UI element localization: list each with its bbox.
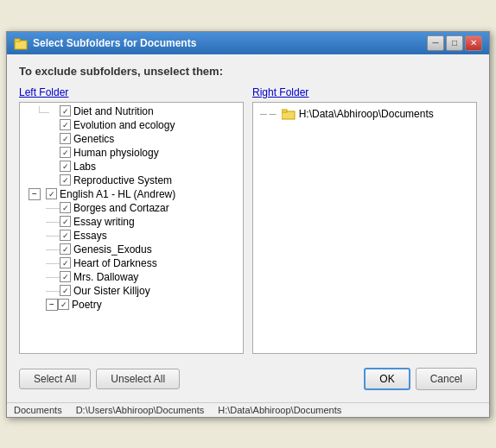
checkbox-reproductive[interactable] [60, 174, 71, 186]
right-path-label: H:\Data\Abhiroop\Documents [299, 108, 434, 120]
label-reproductive: Reproductive System [73, 174, 172, 186]
label-labs: Labs [73, 161, 96, 173]
checkbox-heart[interactable] [60, 257, 71, 268]
folder-icon [282, 108, 296, 120]
tree-item-essays[interactable]: Essays [20, 229, 243, 243]
checkbox-mrs-dalloway[interactable] [60, 271, 71, 282]
status-item-0: Documents [14, 405, 62, 415]
label-poetry: Poetry [72, 299, 102, 311]
tree-item-essay-writing[interactable]: Essay writing [20, 215, 243, 229]
dialog-content: To exclude subfolders, unselect them: Le… [7, 54, 489, 402]
right-tree-item-path[interactable]: ─ ─ H:\Data\Abhiroop\Documents [258, 106, 471, 122]
label-essay-writing: Essay writing [73, 216, 135, 228]
tree-item-human[interactable]: Human physiology [20, 146, 243, 160]
left-buttons: Select All Unselect All [19, 369, 180, 389]
tree-item-evolution[interactable]: Evolution and ecology [20, 118, 243, 132]
main-window: Select Subfolders for Documents ─ □ ✕ To… [6, 31, 490, 418]
buttons-row: Select All Unselect All OK Cancel [19, 363, 477, 395]
tree-item-mrs-dalloway[interactable]: Mrs. Dalloway [20, 270, 243, 284]
svg-rect-3 [282, 110, 287, 112]
status-item-1: D:\Users\Abhiroop\Documents [76, 405, 205, 415]
tree-item-genetics[interactable]: Genetics [20, 132, 243, 146]
checkbox-human[interactable] [60, 147, 71, 158]
checkbox-english[interactable] [46, 188, 57, 199]
label-our-sister: Our Sister Killjoy [73, 285, 150, 297]
cancel-button[interactable]: Cancel [416, 368, 477, 390]
ok-button[interactable]: OK [364, 368, 410, 390]
left-panel-label: Left Folder [19, 86, 244, 98]
panels-container: Left Folder Diet and Nutrition [19, 86, 477, 354]
tree-item-english[interactable]: − English A1 - HL (Andrew) [20, 187, 243, 201]
window-title: Select Subfolders for Documents [33, 37, 196, 49]
tree-item-labs[interactable]: Labs [20, 160, 243, 174]
tree-item-heart[interactable]: Heart of Darkness [20, 256, 243, 270]
tree-item-genesis[interactable]: Genesis_Exodus [20, 243, 243, 256]
close-button[interactable]: ✕ [465, 35, 482, 51]
checkbox-labs[interactable] [60, 161, 71, 172]
label-essays: Essays [73, 230, 107, 242]
checkbox-borges[interactable] [60, 202, 71, 213]
checkbox-diet[interactable] [60, 105, 71, 117]
maximize-button[interactable]: □ [446, 35, 463, 51]
tree-item-reproductive[interactable]: Reproductive System [20, 174, 243, 187]
label-english: English A1 - HL (Andrew) [60, 188, 175, 200]
label-borges: Borges and Cortazar [73, 202, 169, 214]
title-bar: Select Subfolders for Documents ─ □ ✕ [7, 32, 489, 54]
label-mrs-dalloway: Mrs. Dalloway [73, 271, 138, 283]
tree-item-our-sister[interactable]: Our Sister Killjoy [20, 284, 243, 298]
svg-rect-1 [15, 39, 20, 41]
right-buttons: OK Cancel [364, 368, 477, 390]
label-genesis: Genesis_Exodus [73, 243, 152, 256]
window-icon [14, 36, 28, 50]
label-evolution: Evolution and ecology [73, 119, 175, 131]
checkbox-our-sister[interactable] [60, 285, 71, 296]
select-all-button[interactable]: Select All [19, 369, 91, 389]
left-panel: Left Folder Diet and Nutrition [19, 86, 244, 354]
label-human: Human physiology [73, 147, 159, 159]
status-item-2: H:\Data\Abhiroop\Documents [218, 405, 341, 415]
minimize-button[interactable]: ─ [427, 35, 444, 51]
checkbox-evolution[interactable] [60, 119, 71, 130]
right-panel: Right Folder ─ ─ H:\Data\Abhiroop\Docume… [252, 86, 477, 354]
left-tree[interactable]: Diet and Nutrition Evolution and ecology [19, 102, 244, 354]
status-bar: Documents D:\Users\Abhiroop\Documents H:… [7, 402, 489, 417]
label-diet: Diet and Nutrition [73, 105, 154, 117]
tree-item-diet[interactable]: Diet and Nutrition [20, 104, 243, 118]
unselect-all-button[interactable]: Unselect All [96, 369, 180, 389]
checkbox-genesis[interactable] [60, 243, 71, 255]
tree-item-borges[interactable]: Borges and Cortazar [20, 201, 243, 215]
instruction-text: To exclude subfolders, unselect them: [19, 65, 477, 78]
expand-english[interactable]: − [29, 188, 41, 200]
right-panel-label: Right Folder [252, 86, 477, 98]
label-heart: Heart of Darkness [73, 257, 157, 269]
tree-item-poetry[interactable]: − Poetry [20, 298, 243, 312]
checkbox-essay-writing[interactable] [60, 216, 71, 227]
label-genetics: Genetics [73, 133, 114, 145]
checkbox-poetry[interactable] [58, 299, 69, 310]
right-tree[interactable]: ─ ─ H:\Data\Abhiroop\Documents [252, 102, 477, 354]
checkbox-essays[interactable] [60, 230, 71, 241]
expand-poetry[interactable]: − [46, 299, 58, 311]
checkbox-genetics[interactable] [60, 133, 71, 144]
